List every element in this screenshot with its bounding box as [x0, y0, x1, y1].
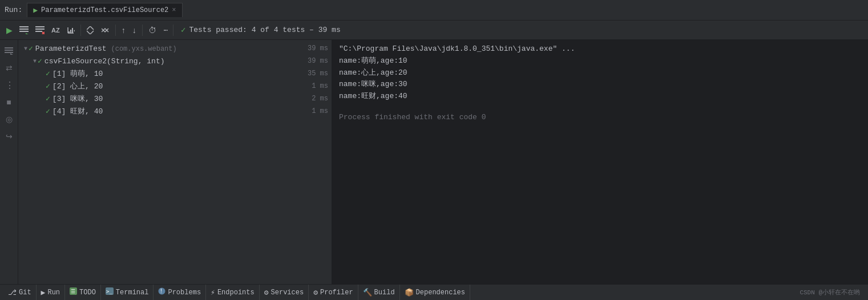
status-text: ✓ Tests passed: 4 of 4 tests – 39 ms [181, 25, 341, 35]
test-3-name: [3] 咪咪, 30 [53, 94, 301, 104]
status-terminal[interactable]: >_ Terminal [101, 285, 154, 300]
svg-rect-6 [35, 31, 42, 32]
dependencies-icon: 📦 [405, 288, 414, 297]
todo-icon: ☰ [70, 287, 77, 297]
test-2-pass-icon: ✓ [46, 82, 50, 91]
test-item-2[interactable]: ✓ [2] 心上, 20 1 ms [18, 80, 332, 92]
method-item-name: csvFileSource2(String, int) [45, 57, 301, 66]
side-more-button[interactable]: ⋮ [2, 78, 17, 92]
status-bar: ⎇ Git ▶ Run ☰ TODO >_ Terminal ! Problem… [0, 284, 868, 300]
run-tab-name: ParameterizdTest.csvFileSource2 [41, 6, 168, 14]
sort-az-button[interactable]: AZ [49, 25, 63, 35]
services-label: Services [271, 289, 304, 297]
svg-rect-0 [19, 26, 29, 27]
output-line-3: name:咪咪,age:30 [339, 79, 861, 91]
output-java-cmd: "C:\Program Files\Java\jdk1.8.0_351\bin\… [339, 43, 861, 55]
status-run[interactable]: ▶ Run [37, 285, 65, 300]
status-git[interactable]: ⎇ Git [3, 285, 37, 300]
root-item-name: ParameterizdTest (com.yxs.webant) [35, 44, 301, 53]
more-button[interactable]: ··· [160, 23, 170, 37]
test-item-3[interactable]: ✓ [3] 咪咪, 30 2 ms [18, 92, 332, 105]
git-icon: ⎇ [8, 288, 17, 297]
svg-text:☰: ☰ [71, 289, 75, 294]
problems-label: Problems [168, 289, 201, 297]
profiler-label: Profiler [320, 289, 353, 297]
run-icon: ▶ [41, 288, 46, 297]
root-item-time: 39 ms [305, 44, 328, 52]
status-problems[interactable]: ! Problems [154, 285, 206, 300]
method-item-time: 39 ms [305, 57, 328, 65]
rerun-all-button[interactable] [17, 25, 31, 36]
side-rerun-button[interactable] [2, 43, 17, 58]
terminal-icon: >_ [106, 287, 114, 297]
toolbar-separator-4 [173, 25, 173, 36]
output-panel: "C:\Program Files\Java\jdk1.8.0_351\bin\… [332, 40, 868, 284]
status-dependencies[interactable]: 📦 Dependencies [400, 285, 470, 300]
test-1-pass-icon: ✓ [46, 69, 50, 78]
run-tab[interactable]: ▶ ParameterizdTest.csvFileSource2 × [27, 3, 182, 17]
test-4-name: [4] 旺财, 40 [53, 106, 301, 116]
run-status-label: Run [47, 289, 60, 297]
main-content: ⇄ ⋮ ■ ◎ ↪ ▼ ✓ ParameterizdTest (com.yxs.… [0, 40, 868, 284]
problems-icon: ! [158, 287, 165, 297]
side-swap-button[interactable]: ⇄ [2, 60, 17, 75]
test-pass-icon: ✓ [29, 44, 33, 53]
output-finished: Process finished with exit code 0 [339, 112, 861, 124]
side-export-button[interactable]: ↪ [2, 129, 17, 144]
history-button[interactable]: ⏱ [146, 24, 159, 37]
run-tab-icon: ▶ [33, 6, 38, 15]
collapse-button[interactable] [99, 25, 112, 36]
output-line-1: name:萌萌,age:10 [339, 55, 861, 67]
status-services[interactable]: ⚙ Services [260, 285, 309, 300]
expand-button[interactable] [84, 25, 98, 36]
tree-method-item[interactable]: ▼ ✓ csvFileSource2(String, int) 39 ms [18, 55, 332, 67]
side-stop-button[interactable]: ■ [2, 95, 17, 110]
run-tab-close[interactable]: × [172, 6, 176, 14]
output-line-2: name:心上,age:20 [339, 67, 861, 79]
play-button[interactable]: ▶ [3, 24, 15, 37]
test-2-time: 1 ms [305, 82, 328, 90]
sort-duration-button[interactable] [64, 25, 78, 36]
test-item-1[interactable]: ✓ [1] 萌萌, 10 35 ms [18, 67, 332, 80]
profiler-icon: ⚙ [313, 288, 318, 297]
build-label: Build [374, 289, 395, 297]
chevron-down-icon-2: ▼ [33, 58, 37, 64]
svg-marker-18 [10, 53, 13, 55]
stop-failed-button[interactable] [33, 25, 47, 36]
down-button[interactable]: ↓ [130, 24, 139, 37]
test-4-time: 1 ms [305, 107, 328, 115]
services-icon: ⚙ [264, 288, 269, 297]
status-message: Tests passed: 4 of 4 tests – 39 ms [189, 26, 340, 34]
status-profiler[interactable]: ⚙ Profiler [309, 285, 358, 300]
endpoints-icon: ⚡ [211, 288, 215, 297]
svg-rect-2 [19, 31, 29, 32]
status-build[interactable]: 🔨 Build [358, 285, 400, 300]
git-label: Git [19, 289, 31, 297]
svg-rect-15 [5, 47, 13, 48]
svg-marker-3 [26, 33, 29, 34]
test-1-name: [1] 萌萌, 10 [53, 68, 301, 79]
chevron-down-icon: ▼ [24, 46, 27, 52]
side-camera-button[interactable]: ◎ [2, 112, 17, 127]
svg-text:>_: >_ [106, 289, 112, 294]
up-button[interactable]: ↑ [119, 24, 128, 37]
tree-root-item[interactable]: ▼ ✓ ParameterizdTest (com.yxs.webant) 39… [18, 42, 332, 55]
svg-marker-14 [74, 30, 75, 31]
toolbar-separator-1 [80, 25, 81, 36]
test-4-pass-icon: ✓ [46, 107, 50, 116]
test-item-4[interactable]: ✓ [4] 旺财, 40 1 ms [18, 105, 332, 117]
method-pass-icon: ✓ [38, 56, 42, 66]
svg-rect-1 [19, 29, 29, 30]
toolbar-separator-2 [115, 25, 116, 36]
status-endpoints[interactable]: ⚡ Endpoints [206, 285, 260, 300]
build-icon: 🔨 [363, 288, 372, 297]
test-3-time: 2 ms [305, 95, 328, 103]
svg-rect-5 [35, 29, 45, 30]
dependencies-label: Dependencies [416, 289, 465, 297]
status-todo[interactable]: ☰ TODO [65, 285, 101, 300]
svg-rect-4 [35, 26, 45, 27]
toolbar: ▶ AZ ↑ ↓ ⏱ ··· ✓ Tests passed: 4 of 4 te… [0, 21, 868, 40]
run-label: Run: [5, 6, 22, 14]
test-3-pass-icon: ✓ [46, 94, 50, 103]
svg-text:!: ! [160, 288, 162, 294]
